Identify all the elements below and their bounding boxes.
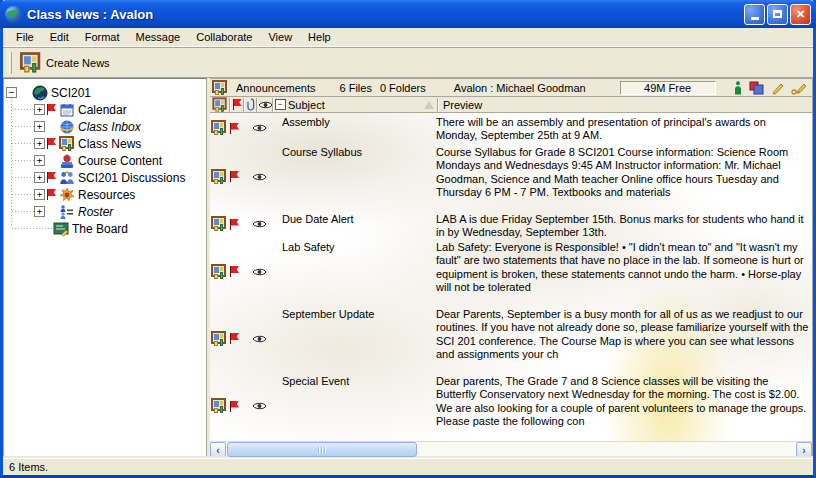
message-subject: Course Syllabus xyxy=(282,143,436,210)
tree-item-class-news[interactable]: + Class News xyxy=(4,135,206,152)
column-header-subject[interactable]: Subject xyxy=(286,97,437,112)
column-header-preview[interactable]: Preview xyxy=(439,97,812,112)
message-subject: September Update xyxy=(282,305,436,372)
scroll-right-button[interactable]: › xyxy=(796,442,812,458)
expand-icon[interactable]: + xyxy=(34,206,45,217)
calendar-icon xyxy=(59,102,75,118)
flag-icon xyxy=(232,98,243,111)
pencil-icon[interactable] xyxy=(771,81,784,95)
maximize-icon xyxy=(773,10,782,18)
menu-file[interactable]: File xyxy=(8,29,42,45)
create-news-button[interactable]: ⌄ Create News xyxy=(15,52,117,74)
expand-icon[interactable]: + xyxy=(34,189,45,200)
flag-icon xyxy=(46,188,57,201)
toolbar: ⌄ Create News xyxy=(3,47,813,78)
column-icon-news[interactable] xyxy=(210,97,229,112)
minimize-button[interactable] xyxy=(744,4,765,25)
message-row[interactable]: Course Syllabus Course Syllabus for Grad… xyxy=(210,143,812,210)
column-icon-read[interactable] xyxy=(258,97,272,112)
eye-icon[interactable] xyxy=(252,401,267,411)
menu-collaborate[interactable]: Collaborate xyxy=(188,29,260,45)
person-icon[interactable] xyxy=(734,81,742,95)
menu-format[interactable]: Format xyxy=(77,29,128,45)
title-bar[interactable]: Class News : Avalon ✕ xyxy=(0,0,816,28)
tree-item-label: Class Inbox xyxy=(78,120,141,134)
message-row[interactable]: Due Date Alert LAB A is due Friday Septe… xyxy=(210,210,812,238)
tree-item-label: SCI201 Discussions xyxy=(78,171,185,185)
files-count: 6 Files xyxy=(340,82,372,94)
message-row[interactable]: Special Event Dear parents, The Grade 7 … xyxy=(210,372,812,440)
toolbar-grip[interactable] xyxy=(9,52,12,74)
menu-message[interactable]: Message xyxy=(128,29,189,45)
scrollbar-thumb[interactable] xyxy=(227,442,417,457)
flag-icon xyxy=(46,137,57,150)
flag-icon xyxy=(229,265,240,278)
expand-icon[interactable]: + xyxy=(34,172,45,183)
pencil-key-icon[interactable] xyxy=(791,81,808,95)
free-space-indicator: 49M Free xyxy=(620,81,716,95)
message-preview: There will be an assembly and presentati… xyxy=(436,113,812,143)
message-subject: Due Date Alert xyxy=(282,210,436,238)
menu-help[interactable]: Help xyxy=(300,29,339,45)
eye-icon[interactable] xyxy=(252,172,267,182)
scrollbar-track[interactable] xyxy=(226,442,796,457)
eye-icon[interactable] xyxy=(252,334,267,344)
paperclip-icon xyxy=(247,98,255,111)
column-icon-flag[interactable] xyxy=(231,97,243,112)
menu-edit[interactable]: Edit xyxy=(42,29,77,45)
tree-item-resources[interactable]: + Resources xyxy=(4,186,206,203)
message-subject: Special Event xyxy=(282,372,436,440)
expand-icon[interactable]: + xyxy=(34,138,45,149)
message-list: Assembly There will be an assembly and p… xyxy=(210,113,812,441)
tree-item-roster[interactable]: + Roster xyxy=(4,203,206,220)
news-board-icon xyxy=(212,97,227,112)
flag-icon xyxy=(229,332,240,345)
scroll-left-button[interactable]: ‹ xyxy=(210,442,226,458)
tree-item-course-content[interactable]: + Course Content xyxy=(4,152,206,169)
tree-item-label: Calendar xyxy=(78,103,127,117)
horizontal-scrollbar[interactable]: ‹ › xyxy=(210,441,812,457)
expand-icon[interactable]: + xyxy=(34,121,45,132)
tree-item-sci201-discussions[interactable]: + SCI201 Discussions xyxy=(4,169,206,186)
tree-item-sci201[interactable]: − SCI201 xyxy=(4,84,206,101)
pane-header: Announcements 6 Files 0 Folders Avalon :… xyxy=(210,79,812,97)
maximize-button[interactable] xyxy=(767,4,788,25)
starburst-icon xyxy=(59,187,75,203)
tree-item-the-board[interactable]: The Board xyxy=(4,220,206,237)
tree-item-calendar[interactable]: + Calendar xyxy=(4,101,206,118)
news-board-icon xyxy=(212,80,228,96)
tree-item-label: Resources xyxy=(78,188,135,202)
chalkboard-icon xyxy=(53,221,69,237)
collapse-expander-icon[interactable]: − xyxy=(6,87,17,98)
message-preview: Course Syllabus for Grade 8 SCI201 Cours… xyxy=(436,143,812,210)
flag-icon xyxy=(46,171,57,184)
message-row[interactable]: Lab Safety Lab Safety: Everyone is Respo… xyxy=(210,238,812,305)
status-bar: 6 Items. xyxy=(3,458,813,475)
eye-icon xyxy=(258,100,273,110)
pane-title: Announcements xyxy=(236,82,316,94)
eye-icon[interactable] xyxy=(252,267,267,277)
news-board-icon xyxy=(211,169,227,185)
column-icon-attachment[interactable] xyxy=(245,97,256,112)
tree-children: + Calendar + Class Inbox xyxy=(4,101,206,237)
tree-item-class-inbox[interactable]: + Class Inbox xyxy=(4,118,206,135)
flag-icon xyxy=(229,170,240,183)
chevron-right-icon: › xyxy=(802,445,805,456)
news-board-icon xyxy=(211,216,227,232)
layered-squares-icon[interactable] xyxy=(749,81,764,95)
main-content: − SCI201 + Calendar + xyxy=(3,78,813,458)
close-button[interactable]: ✕ xyxy=(790,4,811,25)
expand-icon[interactable]: + xyxy=(34,104,45,115)
message-row[interactable]: September Update Dear Parents, September… xyxy=(210,305,812,372)
people-icon xyxy=(59,170,75,186)
tree-item-label: The Board xyxy=(72,222,128,236)
flag-icon xyxy=(46,103,57,116)
column-icon-collapse[interactable]: − xyxy=(274,97,286,112)
eye-icon[interactable] xyxy=(252,219,267,229)
expand-icon[interactable]: + xyxy=(34,155,45,166)
message-row[interactable]: Assembly There will be an assembly and p… xyxy=(210,113,812,143)
menu-view[interactable]: View xyxy=(260,29,300,45)
eye-icon[interactable] xyxy=(252,123,267,133)
inbox-globe-icon xyxy=(59,119,75,135)
news-board-icon xyxy=(20,52,42,74)
